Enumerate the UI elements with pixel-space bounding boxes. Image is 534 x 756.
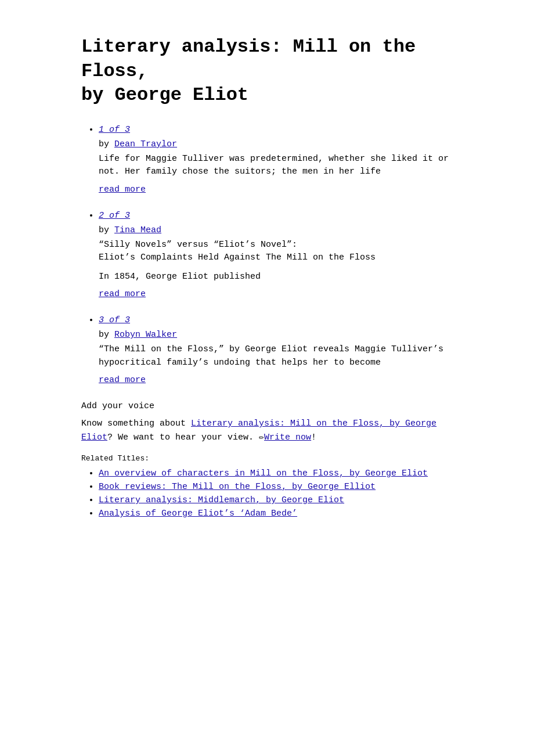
know-something-text: Know something about Literary analysis: … <box>81 417 453 445</box>
article-3-read-more[interactable]: read more <box>99 375 146 385</box>
related-link-2[interactable]: Book reviews: The Mill on the Floss, by … <box>99 482 376 492</box>
article-1-read-more[interactable]: read more <box>99 185 146 195</box>
article-2-read-more[interactable]: read more <box>99 289 146 299</box>
article-2-byline: by Tina Mead <box>99 225 453 235</box>
related-list-item: Analysis of George Eliot’s ‘Adam Bede’ <box>99 509 453 519</box>
article-3-number-link[interactable]: 3 of 3 <box>99 315 130 325</box>
related-link-3[interactable]: Literary analysis: Middlemarch, by Georg… <box>99 495 344 505</box>
article-3-author-link[interactable]: Robyn Walker <box>114 330 177 340</box>
add-voice-title: Add your voice <box>81 401 453 411</box>
related-link-1[interactable]: An overview of characters in Mill on the… <box>99 469 428 478</box>
article-3-byline: by Robyn Walker <box>99 330 453 340</box>
article-1-excerpt: Life for Maggie Tulliver was predetermin… <box>99 153 453 179</box>
articles-list: 1 of 3 by Dean Traylor Life for Maggie T… <box>81 125 453 388</box>
add-voice-section: Add your voice Know something about Lite… <box>81 401 453 445</box>
related-list-item: Literary analysis: Middlemarch, by Georg… <box>99 495 453 505</box>
article-1-author-link[interactable]: Dean Traylor <box>114 139 177 149</box>
page-title: Literary analysis: Mill on the Floss, by… <box>81 35 453 107</box>
article-2-subtitle: “Silly Novels” versus “Eliot’s Novel”: E… <box>99 239 453 265</box>
related-titles-section: Related Titles: An overview of character… <box>81 454 453 519</box>
article-1-byline: by Dean Traylor <box>99 139 453 149</box>
article-3-excerpt: “The Mill on the Floss,” by George Eliot… <box>99 343 453 369</box>
list-item: 2 of 3 by Tina Mead “Silly Novels” versu… <box>99 211 453 302</box>
related-list: An overview of characters in Mill on the… <box>81 469 453 519</box>
article-2-number-link[interactable]: 2 of 3 <box>99 211 130 221</box>
list-item: 1 of 3 by Dean Traylor Life for Maggie T… <box>99 125 453 197</box>
write-now-link[interactable]: Write now <box>264 433 311 442</box>
article-1-number-link[interactable]: 1 of 3 <box>99 125 130 135</box>
article-2-author-link[interactable]: Tina Mead <box>114 225 161 235</box>
pencil-icon: ✏ <box>259 433 264 442</box>
article-2-excerpt: In 1854, George Eliot published <box>99 271 453 284</box>
related-titles-label: Related Titles: <box>81 454 453 463</box>
related-list-item: An overview of characters in Mill on the… <box>99 469 453 478</box>
list-item: 3 of 3 by Robyn Walker “The Mill on the … <box>99 315 453 387</box>
related-list-item: Book reviews: The Mill on the Floss, by … <box>99 482 453 492</box>
related-link-4[interactable]: Analysis of George Eliot’s ‘Adam Bede’ <box>99 509 297 519</box>
